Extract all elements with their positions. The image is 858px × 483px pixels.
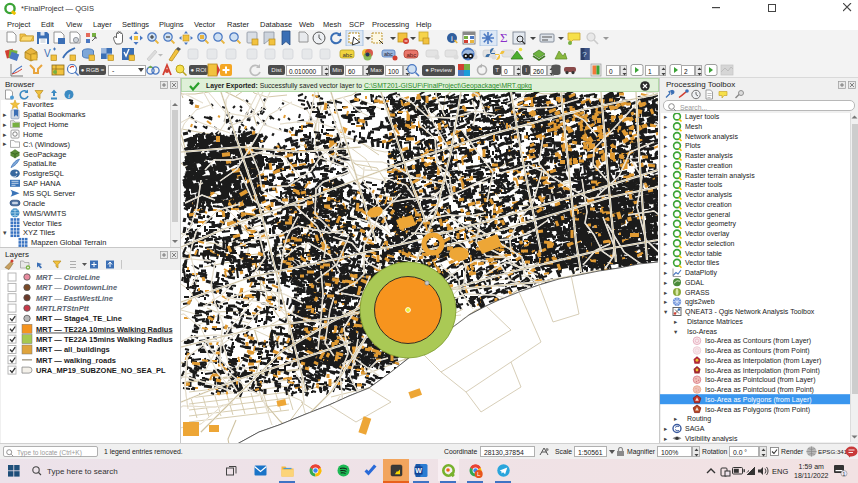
svg-text:Oracle: Oracle xyxy=(23,199,45,208)
svg-text:Vector analysis: Vector analysis xyxy=(685,191,733,199)
svg-text:▸: ▸ xyxy=(664,211,668,218)
svg-text:Vector table: Vector table xyxy=(685,250,722,257)
svg-text:Iso-Area as Contours (from Lay: Iso-Area as Contours (from Layer) xyxy=(705,337,811,345)
svg-text:▸: ▸ xyxy=(664,240,668,247)
svg-text:Iso-Area as Interpolation (fro: Iso-Area as Interpolation (from Layer) xyxy=(705,357,821,365)
svg-text:GDAL: GDAL xyxy=(685,279,704,286)
svg-text:MRT — DowntownLine: MRT — DowntownLine xyxy=(36,283,117,292)
svg-text:abc: abc xyxy=(407,52,417,58)
svg-text:▸: ▸ xyxy=(674,415,678,422)
svg-text:i: i xyxy=(451,34,453,43)
svg-text:▸: ▸ xyxy=(664,191,668,198)
svg-text:PostgreSQL: PostgreSQL xyxy=(23,169,64,178)
svg-text:▸: ▸ xyxy=(664,425,668,432)
svg-text:▾: ▾ xyxy=(3,229,7,236)
svg-text:C:\ (Windows): C:\ (Windows) xyxy=(23,140,71,149)
svg-text:MRT — TE22A 10mins Walking Rad: MRT — TE22A 10mins Walking Radius xyxy=(36,325,173,334)
svg-text:Vector tiles: Vector tiles xyxy=(685,259,720,266)
svg-text:MRT — Stage4_TE_Line: MRT — Stage4_TE_Line xyxy=(36,314,122,323)
svg-text:XYZ Tiles: XYZ Tiles xyxy=(23,228,55,237)
svg-text:▸: ▸ xyxy=(664,133,668,140)
svg-text:▸: ▸ xyxy=(664,279,668,286)
svg-text:▸: ▸ xyxy=(664,289,668,296)
svg-text:Raster creation: Raster creation xyxy=(685,162,733,169)
svg-text:▸: ▸ xyxy=(664,172,668,179)
svg-text:SAP HANA: SAP HANA xyxy=(23,179,61,188)
svg-text:Iso-Areas: Iso-Areas xyxy=(687,328,717,335)
svg-text:▸: ▸ xyxy=(664,142,668,149)
svg-text:Iso-Area as Pointcloud (from P: Iso-Area as Pointcloud (from Point) xyxy=(705,386,814,394)
svg-text:Layer tools: Layer tools xyxy=(685,113,720,121)
svg-text:▸: ▸ xyxy=(664,269,668,276)
svg-text:W: W xyxy=(415,467,422,474)
svg-text:Spatial Bookmarks: Spatial Bookmarks xyxy=(23,110,86,119)
svg-text:▸: ▸ xyxy=(664,152,668,159)
svg-text:GeoPackage: GeoPackage xyxy=(23,150,66,159)
svg-text:Network analysis: Network analysis xyxy=(685,133,738,141)
svg-text:MRT — walking_roads: MRT — walking_roads xyxy=(36,356,116,365)
svg-text:Iso-Area as Interpolation (fro: Iso-Area as Interpolation (from Point) xyxy=(705,367,820,375)
svg-text:▾: ▾ xyxy=(674,328,678,335)
svg-text:QNEAT3 - Qgis Network Analysis: QNEAT3 - Qgis Network Analysis Toolbox xyxy=(685,308,815,316)
svg-text:Raster tools: Raster tools xyxy=(685,181,723,188)
svg-text:MS SQL Server: MS SQL Server xyxy=(23,189,76,198)
svg-text:Vector Tiles: Vector Tiles xyxy=(23,219,62,228)
svg-text:MRT — EastWestLine: MRT — EastWestLine xyxy=(36,294,113,303)
svg-text:▸: ▸ xyxy=(664,181,668,188)
svg-text:1: 1 xyxy=(843,471,846,477)
svg-text:▾: ▾ xyxy=(664,308,668,315)
svg-text:Iso-Area as Polygons (from Lay: Iso-Area as Polygons (from Layer) xyxy=(705,396,812,404)
svg-text:V: V xyxy=(44,48,51,59)
svg-text:abc: abc xyxy=(343,52,353,58)
svg-text:URA_MP19_SUBZONE_NO_SEA_PL: URA_MP19_SUBZONE_NO_SEA_PL xyxy=(36,366,166,375)
svg-text:▸: ▸ xyxy=(3,140,7,147)
svg-text:MRT — CircleLine: MRT — CircleLine xyxy=(36,273,100,282)
svg-text:▸: ▸ xyxy=(664,259,668,266)
svg-text:▸: ▸ xyxy=(664,435,668,442)
svg-text:SpatiaLite: SpatiaLite xyxy=(23,159,56,168)
svg-text:?: ? xyxy=(582,50,587,59)
svg-text:MRT — all_buildings: MRT — all_buildings xyxy=(36,345,110,354)
svg-text:Vector creation: Vector creation xyxy=(685,201,732,208)
svg-text:Σ: Σ xyxy=(500,30,508,45)
svg-text:WMS/WMTS: WMS/WMTS xyxy=(23,209,66,218)
svg-text:▸: ▸ xyxy=(3,121,7,128)
svg-text:Vector general: Vector general xyxy=(685,211,731,219)
svg-text:Mapzen Global Terrain: Mapzen Global Terrain xyxy=(31,238,106,247)
svg-text:▸: ▸ xyxy=(664,201,668,208)
svg-text:MRT — TE22A 15mins Walking Rad: MRT — TE22A 15mins Walking Radius xyxy=(36,335,173,344)
svg-text:qgis2web: qgis2web xyxy=(685,298,715,306)
svg-text:Raster analysis: Raster analysis xyxy=(685,152,733,160)
svg-text:GRASS: GRASS xyxy=(685,289,710,296)
svg-text:▸: ▸ xyxy=(674,318,678,325)
svg-text:▸: ▸ xyxy=(3,111,7,118)
svg-text:▸: ▸ xyxy=(664,230,668,237)
svg-text:Iso-Area as Polygons (from Poi: Iso-Area as Polygons (from Point) xyxy=(705,406,810,414)
svg-text:▸: ▸ xyxy=(664,113,668,120)
svg-text:▸: ▸ xyxy=(664,123,668,130)
svg-text:DataPlotly: DataPlotly xyxy=(685,269,717,277)
svg-text:▸: ▸ xyxy=(664,298,668,305)
svg-text:Distance Matrices: Distance Matrices xyxy=(687,318,743,325)
svg-text:Iso-Area as Pointcloud (from L: Iso-Area as Pointcloud (from Layer) xyxy=(705,376,816,384)
svg-text:Visibility analysis: Visibility analysis xyxy=(685,435,738,442)
svg-text:abc: abc xyxy=(384,51,393,57)
svg-text:Plots: Plots xyxy=(685,142,701,149)
svg-text:Project Home: Project Home xyxy=(23,120,68,129)
svg-text:Favorites: Favorites xyxy=(23,100,54,109)
svg-text:▸: ▸ xyxy=(3,131,7,138)
svg-text:Vector selection: Vector selection xyxy=(685,240,735,247)
svg-text:Home: Home xyxy=(23,130,43,139)
svg-text:Iso-Area as Contours (from Poi: Iso-Area as Contours (from Point) xyxy=(705,347,810,355)
svg-text:i: i xyxy=(68,92,70,100)
svg-text:Routing: Routing xyxy=(687,415,711,423)
svg-text:Raster terrain analysis: Raster terrain analysis xyxy=(685,172,755,180)
svg-text:MRTLRTStnPtt: MRTLRTStnPtt xyxy=(36,304,89,313)
svg-text:Vector overlay: Vector overlay xyxy=(685,230,730,238)
svg-text:▸: ▸ xyxy=(664,220,668,227)
svg-text:SAGA: SAGA xyxy=(685,425,705,432)
svg-text:Vector geometry: Vector geometry xyxy=(685,220,736,228)
svg-text:▸: ▸ xyxy=(664,162,668,169)
svg-text:Mesh: Mesh xyxy=(685,123,702,130)
svg-text:▸: ▸ xyxy=(664,250,668,257)
